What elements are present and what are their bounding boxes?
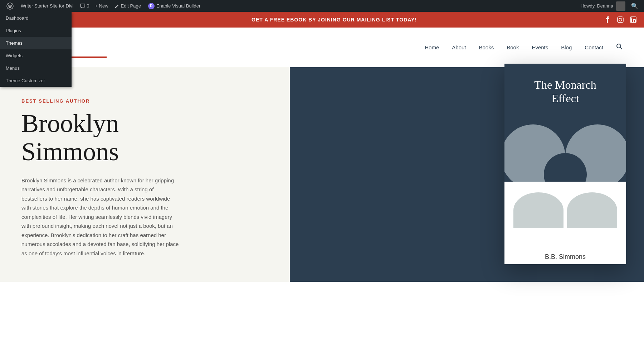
nav-about[interactable]: About xyxy=(452,44,466,50)
bottom-shape-right xyxy=(567,192,617,228)
book-cover-bottom xyxy=(504,182,626,232)
new-item[interactable]: + New xyxy=(92,3,111,9)
book-author: B.B. Simmons xyxy=(504,232,626,264)
dropdown-item-theme-customizer[interactable]: Theme Customizer xyxy=(0,74,72,87)
hero-title-line1: Brooklyn xyxy=(21,109,119,138)
svg-point-3 xyxy=(619,18,622,21)
top-banner: GET A FREE EBOOK BY JOINING OUR MAILING … xyxy=(0,12,644,28)
hero-section: BEST SELLING AUTHOR Brooklyn Simmons Bro… xyxy=(0,67,644,282)
edit-page-label: Edit Page xyxy=(121,3,141,9)
banner-text: GET A FREE EBOOK BY JOINING OUR MAILING … xyxy=(79,17,590,23)
admin-bar-right: Howdy, Deanna 🔍 xyxy=(580,1,641,11)
howdy-text: Howdy, Deanna xyxy=(580,3,613,9)
dropdown-item-menus[interactable]: Menus xyxy=(0,62,72,74)
svg-rect-2 xyxy=(618,17,623,23)
svg-point-8 xyxy=(617,44,621,48)
svg-text:W: W xyxy=(8,4,12,8)
site-wrapper: GET A FREE EBOOK BY JOINING OUR MAILING … xyxy=(0,12,644,349)
search-icon[interactable] xyxy=(616,43,623,51)
book-cover-top: The Monarch Effect xyxy=(504,64,626,182)
user-avatar xyxy=(616,1,625,11)
hero-description: Brooklyn Simmons is a celebrated author … xyxy=(21,176,179,258)
edit-page-item[interactable]: Edit Page xyxy=(111,0,145,12)
book-title-line2: Effect xyxy=(551,92,579,105)
dropdown-item-dashboard[interactable]: Dashboard xyxy=(0,12,72,24)
divi-badge: D xyxy=(148,3,155,9)
dropdown-item-plugins[interactable]: Plugins xyxy=(0,24,72,37)
bottom-shape-left xyxy=(513,192,564,228)
wordpress-icon: W xyxy=(6,3,14,10)
facebook-icon[interactable] xyxy=(604,16,611,23)
book-bottom-shapes xyxy=(512,189,619,228)
dropdown-menu: Dashboard Plugins Themes Widgets Menus T… xyxy=(0,12,72,87)
instagram-icon[interactable] xyxy=(617,16,624,23)
nav-contact[interactable]: Contact xyxy=(585,44,603,50)
hero-title: Brooklyn Simmons xyxy=(21,109,268,166)
search-icon[interactable]: 🔍 xyxy=(631,3,638,9)
svg-rect-6 xyxy=(631,19,632,22)
linkedin-icon[interactable] xyxy=(630,16,637,23)
comments-count: 0 xyxy=(87,3,89,9)
arrow-line xyxy=(71,56,107,58)
hero-subtitle: BEST SELLING AUTHOR xyxy=(21,98,268,104)
nav-home[interactable]: Home xyxy=(425,44,439,50)
svg-point-7 xyxy=(631,18,632,19)
nav-book[interactable]: Book xyxy=(507,44,519,50)
book-title-line1: The Monarch xyxy=(534,78,596,91)
hero-left: BEST SELLING AUTHOR Brooklyn Simmons Bro… xyxy=(0,67,290,282)
hero-right: The Monarch Effect B.B. Simmons xyxy=(290,67,644,282)
nav-events[interactable]: Events xyxy=(532,44,548,50)
site-name-label: Writer Starter Site for Divi xyxy=(21,3,73,9)
site-name-item[interactable]: Writer Starter Site for Divi xyxy=(17,0,77,12)
divi-item[interactable]: D Enable Visual Builder xyxy=(145,0,204,12)
dropdown-item-widgets[interactable]: Widgets xyxy=(0,49,72,62)
comments-item[interactable]: 0 xyxy=(77,3,92,9)
admin-bar: W Writer Starter Site for Divi 0 + New E… xyxy=(0,0,644,12)
comments-icon xyxy=(80,3,86,9)
banner-social xyxy=(604,16,637,23)
svg-point-4 xyxy=(622,18,623,19)
visual-builder-label: Enable Visual Builder xyxy=(156,3,200,9)
nav-books[interactable]: Books xyxy=(479,44,494,50)
nav-blog[interactable]: Blog xyxy=(561,44,572,50)
wp-logo-item[interactable]: W xyxy=(3,0,17,12)
new-label: + New xyxy=(95,3,108,9)
hero-title-line2: Simmons xyxy=(21,137,119,166)
book-cover-shapes xyxy=(504,124,626,182)
site-nav: Home About Books Book Events Blog Contac… xyxy=(425,43,623,51)
book-card: The Monarch Effect B.B. Simmons xyxy=(504,64,626,264)
dropdown-item-themes[interactable]: Themes xyxy=(0,37,72,49)
book-title: The Monarch Effect xyxy=(515,78,615,105)
svg-line-9 xyxy=(620,48,623,50)
edit-icon xyxy=(115,4,119,8)
